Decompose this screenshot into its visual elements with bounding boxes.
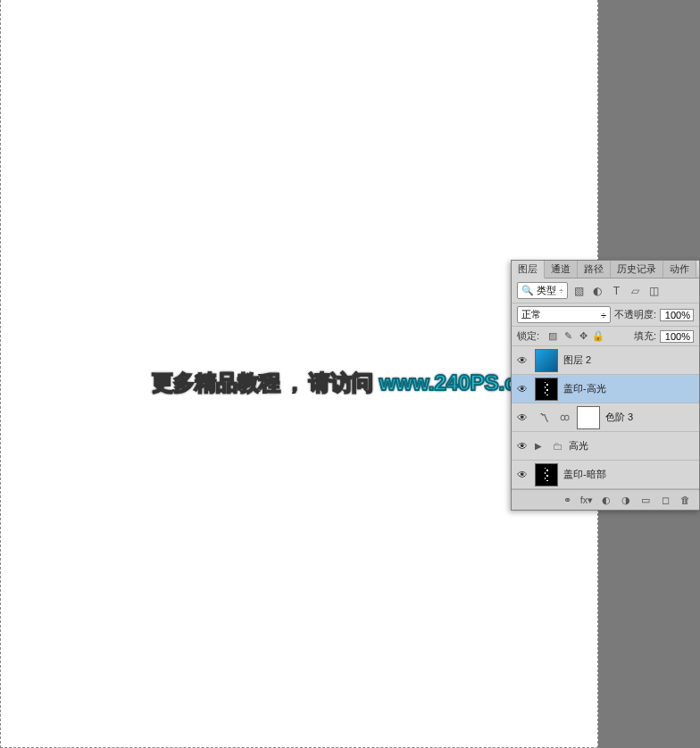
new-layer-button[interactable]: ◻ (656, 493, 674, 507)
layers-panel-footer: ⚭ fx▾ ◐ ◑ ▭ ◻ 🗑 (512, 489, 699, 510)
tab-layers[interactable]: 图层 (512, 261, 545, 278)
new-group-button[interactable]: ▭ (637, 493, 654, 507)
link-layers-button[interactable]: ⚭ (558, 493, 576, 507)
lock-icons: ▨ ✎ ✥ 🔒 (546, 330, 604, 343)
chevron-down-icon: ÷ (601, 310, 606, 320)
layer-row[interactable]: 👁 图层 2 (512, 346, 699, 375)
lock-label: 锁定: (517, 329, 539, 343)
visibility-toggle[interactable]: 👁 (515, 354, 529, 367)
filter-type-icon[interactable]: T (609, 283, 624, 298)
filter-kind-label: 类型 (537, 284, 556, 297)
layers-panel: 图层 通道 路径 历史记录 动作 🔍 类型 ÷ ▧ ◐ T ▱ ◫ 正常 ÷ 不… (511, 260, 700, 511)
layer-mask-thumbnail[interactable] (577, 406, 600, 429)
lock-transparency-icon[interactable]: ▨ (546, 330, 559, 343)
opacity-label: 不透明度: (614, 308, 656, 321)
visibility-toggle[interactable]: 👁 (515, 411, 529, 424)
filter-shape-icon[interactable]: ▱ (628, 283, 643, 298)
layer-name[interactable]: 盖印-高光 (563, 382, 606, 395)
layer-name[interactable]: 高光 (569, 439, 588, 453)
layer-thumbnail[interactable] (535, 378, 558, 401)
layer-group-row[interactable]: 👁 ▶ 🗀 高光 (512, 432, 699, 461)
tab-actions[interactable]: 动作 (663, 261, 696, 278)
blend-mode-value: 正常 (521, 308, 541, 321)
panel-tabs: 图层 通道 路径 历史记录 动作 (512, 261, 699, 278)
chevron-down-icon: ÷ (559, 287, 563, 295)
new-adjustment-button[interactable]: ◑ (617, 493, 635, 507)
layer-thumbnail[interactable] (535, 349, 558, 372)
layer-name[interactable]: 色阶 3 (605, 411, 633, 424)
filter-adjustment-icon[interactable]: ◐ (590, 283, 605, 298)
visibility-toggle[interactable]: 👁 (515, 440, 529, 453)
layers-list: 👁 图层 2 👁 盖印-高光 👁 〽 ꝏ 色阶 3 👁 ▶ 🗀 高光 👁 盖印-… (512, 346, 699, 489)
expand-group-icon[interactable]: ▶ (535, 441, 546, 451)
filter-smart-icon[interactable]: ◫ (646, 283, 662, 298)
blend-mode-dropdown[interactable]: 正常 ÷ (517, 306, 611, 323)
opacity-value[interactable]: 100% (660, 309, 694, 321)
lock-position-icon[interactable]: ✥ (577, 330, 589, 343)
visibility-toggle[interactable]: 👁 (515, 383, 529, 395)
layer-thumbnail[interactable] (535, 463, 558, 486)
lock-all-icon[interactable]: 🔒 (592, 330, 604, 343)
layer-filter-row: 🔍 类型 ÷ ▧ ◐ T ▱ ◫ (512, 278, 699, 303)
link-icon: ꝏ (560, 411, 570, 423)
layer-name[interactable]: 图层 2 (563, 353, 591, 367)
folder-icon: 🗀 (553, 440, 563, 453)
document-canvas[interactable] (0, 0, 598, 748)
add-mask-button[interactable]: ◐ (597, 493, 615, 507)
delete-layer-button[interactable]: 🗑 (676, 493, 694, 507)
layer-style-button[interactable]: fx▾ (578, 493, 596, 507)
layer-row[interactable]: 👁 〽 ꝏ 色阶 3 (512, 403, 699, 432)
levels-adjustment-icon: 〽 (535, 409, 553, 427)
layer-name[interactable]: 盖印-暗部 (563, 468, 606, 481)
fill-label: 填充: (634, 329, 656, 343)
filter-kind-dropdown[interactable]: 🔍 类型 ÷ (517, 282, 568, 299)
tab-channels[interactable]: 通道 (545, 261, 578, 278)
layer-row[interactable]: 👁 盖印-暗部 (512, 461, 699, 489)
layer-row[interactable]: 👁 盖印-高光 (512, 375, 699, 403)
lock-row: 锁定: ▨ ✎ ✥ 🔒 填充: 100% (512, 327, 699, 346)
lock-pixels-icon[interactable]: ✎ (562, 330, 574, 343)
visibility-toggle[interactable]: 👁 (515, 469, 529, 481)
blend-mode-row: 正常 ÷ 不透明度: 100% (512, 303, 699, 327)
filter-pixel-icon[interactable]: ▧ (571, 283, 587, 298)
search-icon: 🔍 (521, 285, 534, 296)
fill-value[interactable]: 100% (660, 330, 694, 343)
tab-history[interactable]: 历史记录 (611, 261, 663, 278)
tab-paths[interactable]: 路径 (578, 261, 611, 278)
